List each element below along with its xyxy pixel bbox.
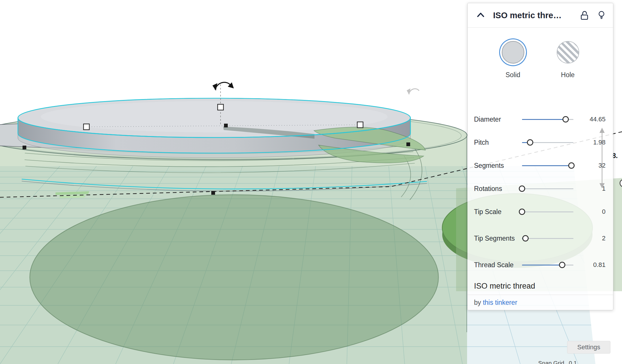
slider-knob[interactable] bbox=[527, 139, 533, 146]
slider-label: Tip Segments bbox=[474, 234, 517, 243]
slider-row-diameter: Diameter44.65 bbox=[468, 108, 613, 131]
move-handle-center[interactable] bbox=[224, 124, 228, 127]
slider-list: Diameter44.65Pitch1.98Segments32Rotation… bbox=[468, 108, 613, 276]
hole-swatch-icon[interactable] bbox=[557, 41, 579, 64]
slider-row-tip-segments: Tip Segments2 bbox=[468, 223, 613, 253]
slider-value: 1 bbox=[578, 185, 606, 192]
hole-label: Hole bbox=[561, 71, 575, 79]
byline-prefix: by bbox=[474, 299, 481, 306]
lock-open-icon bbox=[580, 17, 589, 21]
move-handle-bottom[interactable] bbox=[211, 191, 215, 195]
slider-knob[interactable] bbox=[519, 209, 525, 215]
slider-fill bbox=[522, 165, 571, 166]
slider-track[interactable] bbox=[522, 165, 573, 166]
slider-track[interactable] bbox=[522, 142, 573, 143]
chevron-up-icon bbox=[476, 17, 486, 21]
scale-handle-left[interactable] bbox=[84, 124, 89, 130]
slider-knob[interactable] bbox=[568, 162, 575, 169]
lock-button[interactable] bbox=[580, 10, 589, 20]
author-link[interactable]: this tinkerer bbox=[483, 299, 517, 306]
slider-value: 0 bbox=[578, 208, 606, 216]
material-options: Solid Hole bbox=[468, 41, 613, 79]
slider-value: 2 bbox=[578, 235, 606, 242]
slider-value: 32 bbox=[578, 162, 606, 169]
slider-row-rotations: Rotations1 bbox=[468, 177, 613, 200]
slider-knob[interactable] bbox=[519, 185, 525, 192]
material-option-hole[interactable]: Hole bbox=[557, 41, 579, 79]
byline: by this tinkerer bbox=[468, 295, 613, 307]
slider-label: Thread Scale bbox=[474, 261, 517, 269]
hide-button[interactable] bbox=[597, 10, 606, 20]
slider-label: Segments bbox=[474, 161, 517, 170]
slider-fill bbox=[522, 119, 566, 120]
lightbulb-icon bbox=[597, 17, 606, 21]
slider-track[interactable] bbox=[522, 188, 573, 189]
slider-value: 0.81 bbox=[578, 261, 606, 269]
slider-label: Rotations bbox=[474, 185, 517, 193]
snap-grid-control[interactable]: Snap Grid 0.1 bbox=[538, 360, 577, 364]
slider-knob[interactable] bbox=[559, 262, 565, 268]
panel-header: ISO metric thre… bbox=[468, 3, 613, 28]
slider-value: 44.65 bbox=[578, 116, 606, 123]
move-handle-right[interactable] bbox=[406, 142, 410, 146]
slider-knob[interactable] bbox=[522, 235, 529, 242]
settings-button[interactable]: Settings bbox=[567, 341, 610, 354]
snap-grid-value[interactable]: 0.1 bbox=[569, 360, 577, 364]
scale-handle-right[interactable] bbox=[357, 122, 363, 128]
slider-row-pitch: Pitch1.98 bbox=[468, 131, 613, 154]
collapse-panel-button[interactable] bbox=[475, 10, 486, 21]
slider-track[interactable] bbox=[522, 238, 573, 239]
material-option-solid[interactable]: Solid bbox=[502, 41, 524, 79]
panel-title: ISO metric thre… bbox=[493, 11, 571, 20]
scale-handle-top[interactable] bbox=[218, 104, 223, 110]
slider-track[interactable] bbox=[522, 265, 573, 265]
snap-grid-label: Snap Grid bbox=[538, 360, 564, 364]
move-handle-left[interactable] bbox=[23, 146, 26, 149]
slider-row-segments: Segments32 bbox=[468, 154, 613, 177]
rotate-handle-right[interactable] bbox=[407, 88, 419, 95]
slider-value: 1.98 bbox=[578, 139, 606, 146]
slider-track[interactable] bbox=[522, 211, 573, 212]
slider-label: Pitch bbox=[474, 138, 517, 147]
shape-inspector-panel: ISO metric thre… Solid Hole Diameter44.6… bbox=[467, 3, 613, 310]
solid-swatch-icon[interactable] bbox=[502, 41, 524, 64]
slider-fill bbox=[522, 265, 562, 265]
rotate-handle-top[interactable] bbox=[212, 82, 234, 91]
solid-label: Solid bbox=[506, 71, 520, 79]
slider-row-thread-scale: Thread Scale0.81 bbox=[468, 253, 613, 276]
slider-label: Tip Scale bbox=[474, 208, 517, 216]
slider-knob[interactable] bbox=[562, 116, 569, 122]
slider-track[interactable] bbox=[522, 119, 573, 120]
slider-label: Diameter bbox=[474, 115, 517, 124]
slider-row-tip-scale: Tip Scale0 bbox=[468, 200, 613, 223]
shape-name: ISO metric thread bbox=[468, 282, 613, 291]
